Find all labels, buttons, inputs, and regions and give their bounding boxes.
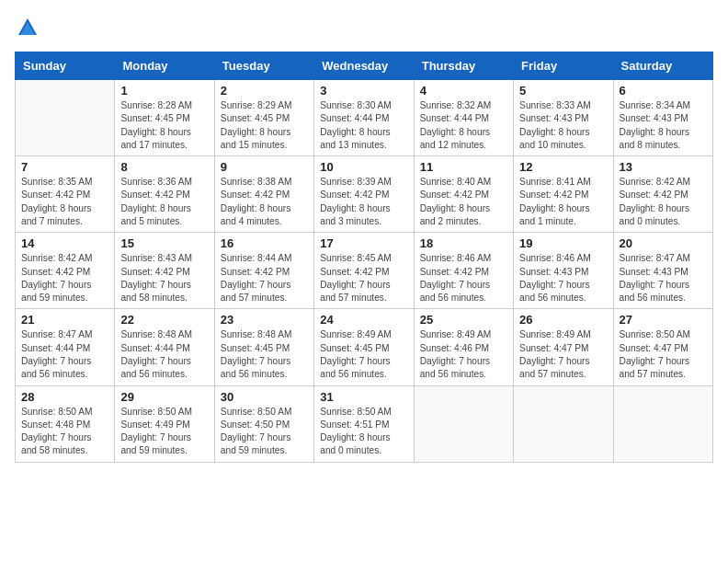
calendar-cell: 8Sunrise: 8:36 AM Sunset: 4:42 PM Daylig…	[115, 156, 214, 233]
day-number: 1	[120, 84, 208, 98]
calendar-cell: 12Sunrise: 8:41 AM Sunset: 4:42 PM Dayli…	[514, 156, 613, 233]
day-number: 10	[320, 160, 407, 174]
day-info: Sunrise: 8:49 AM Sunset: 4:46 PM Dayligh…	[420, 328, 507, 381]
day-number: 23	[221, 313, 308, 327]
calendar-header-row: SundayMondayTuesdayWednesdayThursdayFrid…	[16, 52, 713, 80]
logo	[15, 15, 44, 40]
page-header	[15, 15, 713, 40]
day-info: Sunrise: 8:50 AM Sunset: 4:47 PM Dayligh…	[620, 328, 707, 381]
calendar-cell: 22Sunrise: 8:48 AM Sunset: 4:44 PM Dayli…	[115, 309, 214, 385]
day-info: Sunrise: 8:42 AM Sunset: 4:42 PM Dayligh…	[21, 252, 108, 304]
calendar-cell: 21Sunrise: 8:47 AM Sunset: 4:44 PM Dayli…	[16, 309, 115, 385]
day-info: Sunrise: 8:50 AM Sunset: 4:49 PM Dayligh…	[120, 406, 208, 458]
day-info: Sunrise: 8:49 AM Sunset: 4:45 PM Dayligh…	[320, 328, 407, 381]
day-number: 18	[420, 236, 507, 250]
day-info: Sunrise: 8:38 AM Sunset: 4:42 PM Dayligh…	[221, 176, 308, 228]
day-info: Sunrise: 8:40 AM Sunset: 4:42 PM Dayligh…	[420, 176, 507, 228]
calendar-cell: 19Sunrise: 8:46 AM Sunset: 4:43 PM Dayli…	[514, 233, 613, 309]
day-info: Sunrise: 8:28 AM Sunset: 4:45 PM Dayligh…	[120, 99, 208, 152]
day-number: 21	[21, 313, 108, 327]
day-number: 14	[21, 236, 108, 250]
calendar-cell: 18Sunrise: 8:46 AM Sunset: 4:42 PM Dayli…	[414, 233, 513, 309]
day-number: 29	[120, 390, 208, 404]
day-info: Sunrise: 8:50 AM Sunset: 4:50 PM Dayligh…	[221, 406, 308, 458]
calendar-cell: 1Sunrise: 8:28 AM Sunset: 4:45 PM Daylig…	[115, 80, 214, 156]
day-info: Sunrise: 8:50 AM Sunset: 4:51 PM Dayligh…	[320, 406, 407, 458]
calendar-cell: 9Sunrise: 8:38 AM Sunset: 4:42 PM Daylig…	[214, 156, 313, 233]
calendar-week-3: 14Sunrise: 8:42 AM Sunset: 4:42 PM Dayli…	[16, 233, 713, 309]
calendar-cell: 30Sunrise: 8:50 AM Sunset: 4:50 PM Dayli…	[214, 385, 313, 462]
calendar-cell: 14Sunrise: 8:42 AM Sunset: 4:42 PM Dayli…	[16, 233, 115, 309]
day-number: 26	[519, 313, 607, 327]
logo-icon	[15, 15, 40, 40]
day-info: Sunrise: 8:33 AM Sunset: 4:43 PM Dayligh…	[519, 99, 607, 152]
calendar-cell: 24Sunrise: 8:49 AM Sunset: 4:45 PM Dayli…	[314, 309, 414, 385]
calendar-week-4: 21Sunrise: 8:47 AM Sunset: 4:44 PM Dayli…	[16, 309, 713, 385]
day-info: Sunrise: 8:47 AM Sunset: 4:44 PM Dayligh…	[21, 328, 108, 381]
calendar-cell: 3Sunrise: 8:30 AM Sunset: 4:44 PM Daylig…	[314, 80, 414, 156]
day-info: Sunrise: 8:35 AM Sunset: 4:42 PM Dayligh…	[21, 176, 108, 228]
day-number: 9	[221, 160, 308, 174]
calendar-cell: 6Sunrise: 8:34 AM Sunset: 4:43 PM Daylig…	[613, 80, 712, 156]
day-info: Sunrise: 8:30 AM Sunset: 4:44 PM Dayligh…	[320, 99, 407, 152]
day-number: 7	[21, 160, 108, 174]
calendar-cell: 23Sunrise: 8:48 AM Sunset: 4:45 PM Dayli…	[214, 309, 313, 385]
column-header-friday: Friday	[514, 52, 613, 80]
day-number: 22	[120, 313, 208, 327]
calendar-week-1: 1Sunrise: 8:28 AM Sunset: 4:45 PM Daylig…	[16, 80, 713, 156]
day-info: Sunrise: 8:48 AM Sunset: 4:45 PM Dayligh…	[221, 328, 308, 381]
day-info: Sunrise: 8:50 AM Sunset: 4:48 PM Dayligh…	[21, 406, 108, 458]
calendar-cell: 10Sunrise: 8:39 AM Sunset: 4:42 PM Dayli…	[314, 156, 414, 233]
calendar-cell: 31Sunrise: 8:50 AM Sunset: 4:51 PM Dayli…	[314, 385, 414, 462]
day-info: Sunrise: 8:36 AM Sunset: 4:42 PM Dayligh…	[120, 176, 208, 228]
day-number: 28	[21, 390, 108, 404]
day-number: 20	[620, 236, 707, 250]
day-number: 25	[420, 313, 507, 327]
day-number: 17	[320, 236, 407, 250]
day-number: 30	[221, 390, 308, 404]
calendar-cell: 17Sunrise: 8:45 AM Sunset: 4:42 PM Dayli…	[314, 233, 414, 309]
day-number: 6	[620, 84, 707, 98]
calendar-cell: 29Sunrise: 8:50 AM Sunset: 4:49 PM Dayli…	[115, 385, 214, 462]
calendar-cell: 2Sunrise: 8:29 AM Sunset: 4:45 PM Daylig…	[214, 80, 313, 156]
day-number: 11	[420, 160, 507, 174]
calendar-cell: 28Sunrise: 8:50 AM Sunset: 4:48 PM Dayli…	[16, 385, 115, 462]
column-header-monday: Monday	[115, 52, 214, 80]
calendar-cell: 27Sunrise: 8:50 AM Sunset: 4:47 PM Dayli…	[613, 309, 712, 385]
day-number: 31	[320, 390, 407, 404]
calendar-cell	[613, 385, 712, 462]
day-info: Sunrise: 8:49 AM Sunset: 4:47 PM Dayligh…	[519, 328, 607, 381]
day-info: Sunrise: 8:47 AM Sunset: 4:43 PM Dayligh…	[620, 252, 707, 304]
column-header-wednesday: Wednesday	[314, 52, 414, 80]
calendar-cell: 5Sunrise: 8:33 AM Sunset: 4:43 PM Daylig…	[514, 80, 613, 156]
calendar-cell: 26Sunrise: 8:49 AM Sunset: 4:47 PM Dayli…	[514, 309, 613, 385]
day-info: Sunrise: 8:39 AM Sunset: 4:42 PM Dayligh…	[320, 176, 407, 228]
day-number: 16	[221, 236, 308, 250]
day-number: 12	[519, 160, 607, 174]
calendar-cell: 20Sunrise: 8:47 AM Sunset: 4:43 PM Dayli…	[613, 233, 712, 309]
day-info: Sunrise: 8:42 AM Sunset: 4:42 PM Dayligh…	[620, 176, 707, 228]
calendar-cell	[16, 80, 115, 156]
day-number: 8	[120, 160, 208, 174]
column-header-tuesday: Tuesday	[214, 52, 313, 80]
column-header-saturday: Saturday	[613, 52, 712, 80]
day-number: 24	[320, 313, 407, 327]
day-info: Sunrise: 8:34 AM Sunset: 4:43 PM Dayligh…	[620, 99, 707, 152]
day-number: 5	[519, 84, 607, 98]
calendar-cell: 11Sunrise: 8:40 AM Sunset: 4:42 PM Dayli…	[414, 156, 513, 233]
calendar-week-2: 7Sunrise: 8:35 AM Sunset: 4:42 PM Daylig…	[16, 156, 713, 233]
calendar-cell: 15Sunrise: 8:43 AM Sunset: 4:42 PM Dayli…	[115, 233, 214, 309]
day-info: Sunrise: 8:32 AM Sunset: 4:44 PM Dayligh…	[420, 99, 507, 152]
calendar-week-5: 28Sunrise: 8:50 AM Sunset: 4:48 PM Dayli…	[16, 385, 713, 462]
calendar-cell	[414, 385, 513, 462]
day-number: 15	[120, 236, 208, 250]
calendar-cell: 7Sunrise: 8:35 AM Sunset: 4:42 PM Daylig…	[16, 156, 115, 233]
day-number: 13	[620, 160, 707, 174]
column-header-sunday: Sunday	[16, 52, 115, 80]
day-number: 3	[320, 84, 407, 98]
day-info: Sunrise: 8:48 AM Sunset: 4:44 PM Dayligh…	[120, 328, 208, 381]
calendar-cell	[514, 385, 613, 462]
day-number: 2	[221, 84, 308, 98]
day-number: 4	[420, 84, 507, 98]
calendar-cell: 4Sunrise: 8:32 AM Sunset: 4:44 PM Daylig…	[414, 80, 513, 156]
